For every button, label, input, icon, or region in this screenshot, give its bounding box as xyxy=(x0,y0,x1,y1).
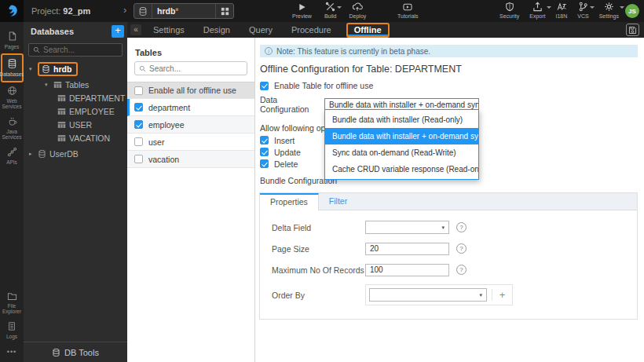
tab-procedure[interactable]: Procedure xyxy=(282,22,341,38)
tree-node-userdb[interactable]: ▸ UserDB xyxy=(24,147,127,160)
java-services-coffee-icon xyxy=(7,116,17,126)
dropdown-option-bundle-ondemand[interactable]: Bundle data with installer + on-demand s… xyxy=(325,128,478,144)
table-row-vacation[interactable]: vacation xyxy=(127,151,254,168)
user-checkbox[interactable] xyxy=(134,137,143,146)
page-size-help-icon[interactable]: ? xyxy=(456,243,467,254)
tables-search[interactable] xyxy=(134,61,247,75)
tab-settings[interactable]: Settings xyxy=(144,22,194,38)
breadcrumb-db-widget[interactable]: hrdb* xyxy=(134,3,234,19)
sidebar-item-logs[interactable]: Logs xyxy=(0,318,24,343)
sidebar-item-java-services[interactable]: Java Services xyxy=(0,113,24,144)
export-icon xyxy=(532,2,543,12)
enable-table-row[interactable]: Enable Table for offline use xyxy=(260,81,644,90)
table-row-user[interactable]: user xyxy=(127,133,254,151)
sidebar-item-web-services[interactable]: Web Services xyxy=(0,82,24,113)
tree-node-table-employee[interactable]: EMPLOYEE xyxy=(24,104,127,118)
tab-offline[interactable]: Offline xyxy=(346,23,390,38)
tab-query[interactable]: Query xyxy=(240,22,282,38)
databases-search-input[interactable] xyxy=(43,46,118,54)
max-records-help-icon[interactable]: ? xyxy=(456,265,467,275)
page-size-input[interactable] xyxy=(365,243,449,255)
sidebar-item-pages[interactable]: Pages xyxy=(0,27,24,53)
table-row-employee[interactable]: employee xyxy=(127,116,254,133)
preview-button[interactable]: Preview xyxy=(292,2,312,19)
app-logo[interactable] xyxy=(0,0,24,22)
offline-config-main: i Note: This feature is currently in bet… xyxy=(255,38,644,362)
max-records-input[interactable] xyxy=(365,264,449,276)
breadcrumb-db-name: hrdb* xyxy=(152,6,215,16)
delete-checkbox[interactable] xyxy=(260,159,269,168)
sidebar-item-file-explorer[interactable]: File Explorer xyxy=(0,288,24,318)
dropdown-option-cache-crud[interactable]: Cache CRUD variable response (Read-only) xyxy=(325,161,478,177)
enable-all-row[interactable]: Enable all for offline use xyxy=(127,82,254,99)
dropdown-caret-icon: ▾ xyxy=(479,292,482,298)
vcs-branch-icon xyxy=(578,2,588,12)
tab-design[interactable]: Design xyxy=(194,22,240,38)
tree-node-table-user[interactable]: USER xyxy=(24,118,127,131)
insert-checkbox[interactable] xyxy=(260,136,269,144)
order-by-select[interactable]: ▾ xyxy=(369,288,487,302)
preview-play-icon xyxy=(298,2,306,12)
databases-panel-header: Databases + xyxy=(24,22,127,39)
hrdb-annotation-highlight: hrdb xyxy=(38,62,78,76)
tree-node-tables-group[interactable]: ▾ Tables xyxy=(24,78,127,91)
settings-gear-icon xyxy=(604,2,614,12)
page-title: Offline Configuration for Table: DEPARTM… xyxy=(260,64,644,75)
tables-search-input[interactable] xyxy=(149,64,243,73)
properties-form: Delta Field ▾ ? Page Size ? Maximum No O… xyxy=(260,210,637,305)
settings-button[interactable]: Settings xyxy=(599,2,619,19)
collapsed-arrow-icon[interactable]: ▸ xyxy=(29,151,35,157)
i18n-translate-icon xyxy=(556,2,567,12)
db-tools-icon xyxy=(52,348,60,357)
database-icon xyxy=(42,64,50,74)
export-button[interactable]: Export xyxy=(529,2,545,19)
tree-node-table-department[interactable]: DEPARTMENT xyxy=(24,91,127,104)
tab-properties[interactable]: Properties xyxy=(260,193,319,210)
beta-note-banner: i Note: This feature is currently in bet… xyxy=(260,45,638,57)
search-icon xyxy=(33,46,40,53)
expand-arrow-icon[interactable]: ▾ xyxy=(45,82,50,88)
build-button[interactable]: Build xyxy=(324,2,337,19)
db-tools-button[interactable]: DB Tools xyxy=(24,342,127,362)
tree-node-table-vacation[interactable]: VACATION xyxy=(24,131,127,144)
dropdown-option-sync-ondemand[interactable]: Sync data on-demand (Read-Write) xyxy=(325,144,478,161)
collapse-panel-button[interactable]: « xyxy=(130,24,141,35)
tutorials-button[interactable]: Tutorials xyxy=(397,2,419,19)
save-button[interactable] xyxy=(626,24,639,36)
dropdown-option-bundle-readonly[interactable]: Bundle data with installer (Read-only) xyxy=(325,112,478,128)
topbar-actions-right: Security Export I18N VCS Settings xyxy=(499,2,619,19)
table-icon xyxy=(57,108,66,115)
databases-search[interactable] xyxy=(28,43,123,57)
max-records-label: Maximum No Of Records xyxy=(272,265,365,275)
security-button[interactable]: Security xyxy=(499,2,519,19)
department-checkbox[interactable] xyxy=(134,103,143,112)
sidebar-item-databases[interactable]: Databases xyxy=(1,53,24,82)
delta-field-select[interactable]: ▾ xyxy=(365,221,449,234)
tab-filter[interactable]: Filter xyxy=(319,193,357,210)
enable-table-checkbox[interactable] xyxy=(260,82,269,90)
security-shield-icon xyxy=(505,2,514,12)
app-window: Project: 92_pm › hrdb* Preview Build xyxy=(0,0,644,362)
table-icon xyxy=(57,134,66,142)
i18n-button[interactable]: I18N xyxy=(556,2,568,19)
employee-checkbox[interactable] xyxy=(134,120,143,129)
deploy-button[interactable]: Deploy xyxy=(349,2,366,19)
tree-node-hrdb[interactable]: ▾ hrdb xyxy=(24,60,127,78)
more-options-icon[interactable]: ••• xyxy=(7,343,16,362)
expand-arrow-icon[interactable]: ▾ xyxy=(29,66,35,72)
chevron-down-icon xyxy=(590,6,595,9)
enable-all-checkbox[interactable] xyxy=(134,86,143,95)
vcs-button[interactable]: VCS xyxy=(577,2,588,19)
project-name: Project: 92_pm xyxy=(31,6,90,16)
add-order-by-button[interactable]: + xyxy=(492,289,512,301)
table-row-department[interactable]: department xyxy=(127,99,254,116)
add-database-button[interactable]: + xyxy=(112,25,124,38)
vacation-checkbox[interactable] xyxy=(134,155,143,163)
update-checkbox[interactable] xyxy=(260,148,269,156)
user-avatar[interactable]: JS xyxy=(625,4,639,18)
info-icon: i xyxy=(265,47,273,55)
file-explorer-folder-icon xyxy=(7,291,17,301)
sidebar-item-apis[interactable]: APIs xyxy=(0,144,24,169)
app-grid-icon[interactable] xyxy=(215,4,233,18)
delta-field-help-icon[interactable]: ? xyxy=(456,222,467,232)
